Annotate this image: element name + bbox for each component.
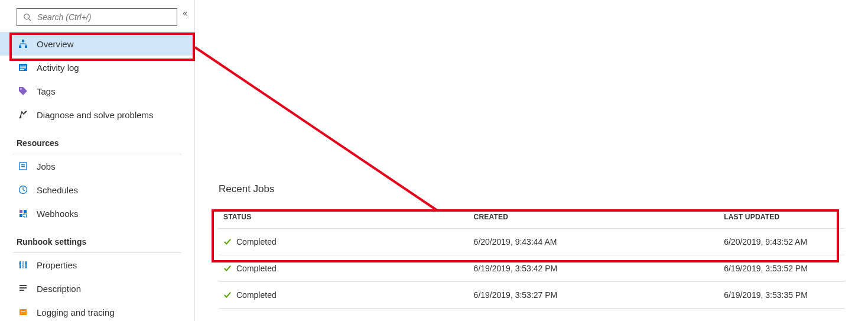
svg-line-19	[23, 190, 25, 191]
svg-rect-22	[19, 214, 22, 217]
svg-rect-10	[20, 66, 26, 67]
check-icon	[223, 291, 232, 299]
created-text: 6/19/2019, 3:53:27 PM	[469, 282, 720, 309]
svg-point-13	[20, 88, 21, 89]
nav-label: Schedules	[37, 185, 78, 195]
check-icon	[223, 238, 232, 246]
svg-rect-20	[19, 210, 22, 213]
col-header-created[interactable]: CREATED	[469, 206, 720, 229]
col-header-updated[interactable]: LAST UPDATED	[719, 206, 844, 229]
created-text: 6/19/2019, 3:53:42 PM	[469, 255, 720, 282]
svg-rect-16	[21, 166, 25, 167]
logging-icon	[18, 307, 28, 317]
sidebar-item-schedules[interactable]: Schedules	[0, 178, 194, 202]
section-title-runbook: Runbook settings	[0, 225, 194, 251]
svg-rect-15	[21, 164, 25, 166]
updated-text: 6/19/2019, 3:53:52 PM	[719, 255, 844, 282]
table-row[interactable]: Completed 6/19/2019, 3:53:42 PM 6/19/201…	[219, 255, 844, 282]
svg-line-1	[29, 19, 31, 21]
sidebar: « Overview Activity log Tags	[0, 0, 195, 321]
sidebar-item-jobs[interactable]: Jobs	[0, 154, 194, 178]
nav-label: Diagnose and solve problems	[37, 110, 154, 120]
svg-rect-35	[21, 313, 24, 313]
properties-icon	[18, 260, 28, 270]
nav-label: Overview	[37, 39, 74, 49]
description-icon	[18, 283, 28, 294]
webhooks-icon	[18, 208, 28, 219]
svg-rect-28	[22, 265, 24, 267]
svg-rect-34	[21, 311, 25, 312]
col-header-status[interactable]: STATUS	[219, 206, 469, 229]
sidebar-item-logging[interactable]: Logging and tracing	[0, 300, 194, 321]
svg-rect-33	[19, 309, 27, 315]
sidebar-item-webhooks[interactable]: Webhooks	[0, 202, 194, 225]
section-title-resources: Resources	[0, 127, 194, 153]
created-text: 6/20/2019, 9:43:44 AM	[469, 229, 720, 255]
activity-log-icon	[18, 62, 28, 73]
search-input[interactable]	[37, 12, 171, 22]
svg-rect-23	[24, 214, 27, 217]
svg-rect-11	[20, 67, 26, 69]
diagnose-icon	[18, 109, 28, 120]
nav-label: Description	[37, 284, 81, 294]
nav-label: Activity log	[37, 63, 79, 73]
svg-rect-12	[20, 69, 24, 70]
sidebar-item-description[interactable]: Description	[0, 277, 194, 300]
recent-jobs-heading: Recent Jobs	[219, 183, 844, 195]
svg-rect-29	[25, 262, 27, 264]
search-input-wrap[interactable]	[17, 8, 177, 26]
svg-rect-2	[22, 40, 24, 42]
check-icon	[223, 264, 232, 273]
updated-text: 6/20/2019, 9:43:52 AM	[719, 229, 844, 255]
sidebar-item-tags[interactable]: Tags	[0, 79, 194, 103]
svg-rect-3	[19, 46, 21, 48]
nav-label: Tags	[37, 86, 56, 96]
table-row[interactable]: Completed 6/19/2019, 3:53:27 PM 6/19/201…	[219, 282, 844, 309]
overview-icon	[18, 38, 28, 49]
schedules-icon	[18, 184, 28, 195]
svg-rect-21	[24, 210, 27, 213]
status-text: Completed	[236, 237, 277, 247]
sidebar-item-overview[interactable]: Overview	[0, 32, 194, 56]
collapse-icon[interactable]: «	[183, 8, 187, 18]
svg-rect-27	[19, 263, 21, 264]
jobs-icon	[18, 161, 28, 171]
sidebar-item-diagnose[interactable]: Diagnose and solve problems	[0, 103, 194, 127]
search-icon	[23, 13, 31, 21]
updated-text: 6/19/2019, 3:53:35 PM	[719, 282, 844, 309]
status-text: Completed	[236, 264, 277, 273]
svg-point-0	[24, 14, 30, 20]
svg-rect-4	[25, 46, 27, 48]
nav-label: Jobs	[37, 161, 56, 171]
recent-jobs-table: STATUS CREATED LAST UPDATED Completed 6/…	[219, 206, 844, 309]
nav-label: Logging and tracing	[37, 307, 115, 317]
main-content: Recent Jobs STATUS CREATED LAST UPDATED …	[195, 0, 868, 321]
sidebar-item-activity-log[interactable]: Activity log	[0, 56, 194, 79]
tags-icon	[18, 86, 28, 96]
sidebar-item-properties[interactable]: Properties	[0, 253, 194, 277]
nav-label: Webhooks	[37, 209, 79, 219]
table-row[interactable]: Completed 6/20/2019, 9:43:44 AM 6/20/201…	[219, 229, 844, 255]
nav-label: Properties	[37, 260, 77, 270]
status-text: Completed	[236, 290, 277, 300]
